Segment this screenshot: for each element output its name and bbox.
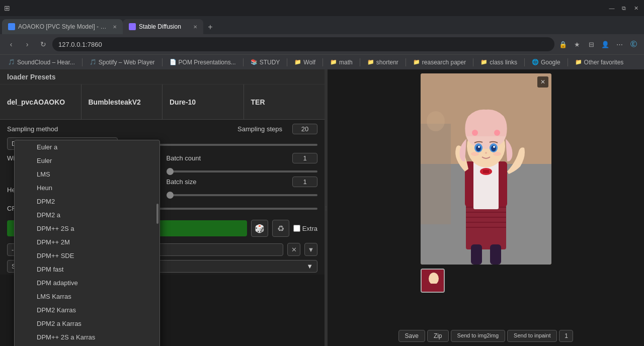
back-button[interactable]: ‹ (4, 37, 18, 51)
shorten-icon: 📁 (367, 59, 374, 65)
tab-bar: AOAOKO [PVC Style Model] - PV... ✕ Stabl… (0, 16, 644, 34)
bookmark-google-label: Google (541, 59, 560, 66)
refresh-button[interactable]: ↻ (36, 37, 50, 51)
batch-size-slider[interactable] (167, 194, 318, 196)
bookmark-sep-6 (360, 58, 360, 66)
maximize-button[interactable]: ⧉ (620, 4, 628, 12)
dropdown-item-6[interactable]: DPM++ 2S a (15, 222, 159, 235)
dropdown-item-0[interactable]: Euler a (15, 140, 159, 154)
bookmark-research[interactable]: 📁 reasearch paper (409, 58, 470, 67)
bookmark-list-icon[interactable]: ⊟ (585, 38, 598, 51)
batch-count-slider[interactable] (167, 170, 318, 172)
tab1-title: AOAOKO [PVC Style Model] - PV... (18, 23, 110, 30)
new-tab-button[interactable]: + (203, 20, 217, 34)
send-to-img2img-button[interactable]: Send to img2img (451, 330, 506, 342)
dropdown-item-12[interactable]: DPM2 Karras (15, 303, 159, 317)
tab2-close[interactable]: ✕ (193, 24, 197, 30)
thumbnail-1[interactable] (421, 269, 445, 293)
dropdown-label-11: LMS Karras (37, 293, 71, 300)
browser-tab-2[interactable]: Stable Diffusion ✕ (123, 19, 203, 34)
page-number: 1 (559, 330, 573, 342)
bookmark-spotify-label: Spotify – Web Player (99, 59, 155, 66)
dropdown-label-5: DPM2 a (37, 211, 60, 219)
svg-point-26 (493, 152, 501, 156)
image-container: ✕ (421, 73, 551, 293)
dropdown-item-8[interactable]: DPM++ SDE (15, 249, 159, 263)
bookmark-study[interactable]: 📚 STUDY (247, 58, 284, 67)
dropdown-label-6: DPM++ 2S a (37, 225, 74, 232)
model-card-2[interactable]: BumblesteakV2 (82, 84, 163, 119)
bookmark-sep-7 (406, 58, 406, 66)
minimize-button[interactable]: — (608, 4, 616, 12)
browser-tab-1[interactable]: AOAOKO [PVC Style Model] - PV... ✕ (2, 19, 123, 34)
extra-checkbox-container: Extra (293, 225, 317, 232)
dice-icon-button[interactable]: 🎲 (251, 220, 268, 237)
bookmarks-bar: 🎵 SoundCloud – Hear... 🎵 Spotify – Web P… (0, 54, 644, 69)
address-input[interactable] (52, 37, 554, 51)
bookmark-other-label: Other favorites (584, 59, 624, 66)
dropdown-label-14: DPM++ 2S a Karras (37, 333, 95, 341)
seed-close-btn[interactable]: ✕ (287, 243, 300, 256)
sampling-steps-label: Sampling steps (237, 125, 282, 133)
model-card-3[interactable]: Dure-10 (163, 84, 244, 119)
dropdown-item-9[interactable]: DPM fast (15, 263, 159, 276)
batch-size-label: Batch size (167, 178, 289, 186)
dropdown-item-1[interactable]: Euler (15, 154, 159, 167)
generated-image-display: ✕ (421, 73, 551, 265)
model-card-1[interactable]: del_pvcAOAOKO (0, 84, 82, 119)
model-card-3-name: Dure-10 (170, 98, 196, 106)
svg-point-32 (429, 273, 439, 285)
dropdown-label-7: DPM++ 2M (37, 238, 70, 246)
bookmark-google[interactable]: 🌐 Google (528, 58, 565, 67)
dropdown-label-10: DPM adaptive (37, 279, 78, 287)
image-close-button[interactable]: ✕ (537, 76, 548, 88)
dropdown-item-5[interactable]: DPM2 a (15, 208, 159, 222)
send-to-inpaint-button[interactable]: Send to inpaint (507, 330, 557, 342)
bookmark-class[interactable]: 📁 class links (476, 58, 521, 67)
dropdown-item-13[interactable]: DPM2 a Karras (15, 317, 159, 330)
bookmark-soundcloud[interactable]: 🎵 SoundCloud – Hear... (4, 58, 79, 67)
svg-rect-8 (466, 227, 506, 228)
bookmark-shorten-label: shortenr (376, 59, 398, 66)
recycle-icon-button[interactable]: ♻ (272, 220, 289, 237)
bookmark-wolf[interactable]: 📁 Wolf (290, 58, 319, 67)
dropdown-item-11[interactable]: LMS Karras (15, 290, 159, 303)
forward-button[interactable]: › (20, 37, 34, 51)
soundcloud-icon: 🎵 (8, 59, 15, 65)
tab1-close[interactable]: ✕ (113, 24, 117, 30)
extra-checkbox[interactable] (293, 225, 300, 232)
bookmark-other[interactable]: 📁 Other favorites (571, 58, 628, 67)
bookmark-spotify[interactable]: 🎵 Spotify – Web Player (86, 58, 159, 67)
batch-size-value: 1 (292, 177, 317, 187)
zip-button[interactable]: Zip (427, 330, 449, 342)
dropdown-item-4[interactable]: DPM2 (15, 195, 159, 208)
dropdown-item-7[interactable]: DPM++ 2M (15, 235, 159, 249)
dropdown-item-2[interactable]: LMS (15, 167, 159, 181)
bookmark-sep-3 (243, 58, 244, 66)
bookmark-shorten[interactable]: 📁 shortenr (363, 58, 403, 67)
bookmark-math[interactable]: 📁 math (326, 58, 357, 67)
batch-count-value: 1 (292, 153, 317, 163)
bookmark-pom[interactable]: 📄 POM Presentations... (166, 58, 240, 67)
google-icon: 🌐 (532, 59, 539, 65)
bookmark-study-label: STUDY (260, 59, 280, 66)
dropdown-item-10[interactable]: DPM adaptive (15, 276, 159, 290)
save-button[interactable]: Save (398, 330, 425, 342)
model-card-2-name: BumblesteakV2 (89, 98, 141, 106)
edge-icon[interactable]: Ⓔ (627, 38, 640, 51)
star-icon[interactable]: ★ (571, 38, 584, 51)
other-icon: 📁 (575, 59, 582, 65)
extensions-icon[interactable]: 🔒 (556, 38, 570, 51)
toolbar-icons: 🔒 ★ ⊟ 👤 ⋯ Ⓔ (556, 38, 640, 51)
tab2-title: Stable Diffusion (139, 23, 190, 30)
seed-dropdown-btn[interactable]: ▼ (304, 243, 317, 256)
dropdown-item-15[interactable]: DPM++ 2M Karras (15, 344, 159, 346)
profile-icon[interactable]: 👤 (599, 38, 612, 51)
model-card-4[interactable]: TER (244, 84, 325, 119)
close-window-button[interactable]: ✕ (632, 4, 640, 12)
more-options-icon[interactable]: ⋯ (613, 38, 626, 51)
dropdown-label-13: DPM2 a Karras (37, 320, 82, 327)
bookmark-math-label: math (339, 59, 353, 66)
dropdown-item-3[interactable]: Heun (15, 181, 159, 195)
dropdown-item-14[interactable]: DPM++ 2S a Karras (15, 330, 159, 344)
